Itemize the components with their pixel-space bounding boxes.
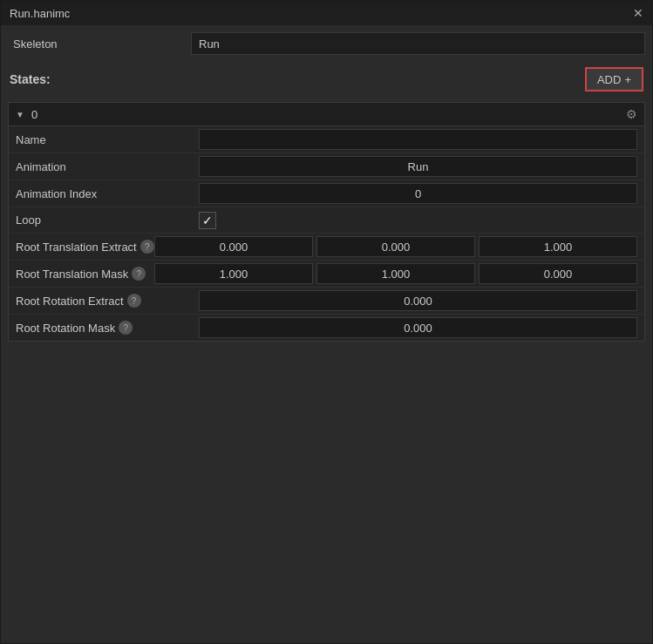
root-rotation-extract-row: Root Rotation Extract ? (9, 288, 644, 315)
animation-index-value (199, 183, 637, 204)
close-button[interactable]: ✕ (633, 6, 643, 20)
root-rotation-extract-input[interactable] (199, 290, 637, 311)
name-label: Name (16, 133, 199, 146)
add-icon: + (624, 73, 631, 86)
root-translation-extract-y[interactable] (316, 236, 475, 257)
root-rotation-extract-label: Root Rotation Extract ? (16, 294, 199, 308)
content-area: Skeleton States: ADD + ▼ 0 ⚙ (1, 25, 652, 643)
root-rotation-mask-row: Root Rotation Mask ? (9, 315, 644, 341)
skeleton-row: Skeleton (8, 32, 645, 55)
add-label: ADD (597, 73, 621, 86)
root-translation-extract-value (154, 236, 637, 257)
root-rotation-mask-value (199, 317, 637, 338)
loop-row: Loop ✓ (9, 207, 644, 234)
root-translation-extract-label: Root Translation Extract ? (16, 240, 154, 254)
root-translation-extract-help[interactable]: ? (140, 240, 154, 254)
root-translation-mask-help[interactable]: ? (132, 267, 146, 281)
animation-index-label: Animation Index (16, 187, 199, 200)
main-window: Run.hanimc ✕ Skeleton States: ADD + ▼ (0, 0, 653, 644)
add-button[interactable]: ADD + (585, 67, 643, 92)
check-mark: ✓ (202, 214, 213, 227)
root-rotation-mask-label: Root Rotation Mask ? (16, 321, 199, 335)
window-title: Run.hanimc (10, 7, 70, 20)
name-row: Name (9, 126, 644, 153)
root-rotation-extract-value (199, 290, 637, 311)
name-input[interactable] (199, 129, 637, 150)
root-rotation-mask-help[interactable]: ? (119, 321, 133, 335)
root-translation-mask-value (154, 263, 637, 284)
title-bar: Run.hanimc ✕ (1, 1, 652, 25)
root-translation-mask-y[interactable] (316, 263, 475, 284)
skeleton-label: Skeleton (8, 37, 191, 51)
root-translation-mask-x[interactable] (154, 263, 313, 284)
root-translation-mask-row: Root Translation Mask ? (9, 261, 644, 288)
root-rotation-mask-input[interactable] (199, 317, 637, 338)
name-value (199, 129, 637, 150)
states-header: States: ADD + (8, 64, 645, 95)
root-rotation-extract-help[interactable]: ? (127, 294, 141, 308)
root-translation-extract-row: Root Translation Extract ? (9, 234, 644, 261)
state-block-header: ▼ 0 ⚙ (9, 103, 644, 126)
animation-label: Animation (16, 160, 199, 173)
loop-checkbox[interactable]: ✓ (199, 212, 216, 229)
animation-value (199, 156, 637, 177)
state-header-left: ▼ 0 (16, 108, 37, 121)
loop-value: ✓ (199, 212, 637, 229)
root-translation-mask-label: Root Translation Mask ? (16, 267, 154, 281)
animation-row: Animation (9, 153, 644, 180)
chevron-icon[interactable]: ▼ (16, 110, 24, 119)
animation-index-row: Animation Index (9, 180, 644, 207)
loop-label: Loop (16, 214, 199, 227)
gear-icon[interactable]: ⚙ (626, 107, 637, 121)
root-translation-mask-z[interactable] (479, 263, 637, 284)
skeleton-input[interactable] (191, 32, 645, 55)
skeleton-value-col (191, 32, 645, 55)
state-block: ▼ 0 ⚙ Name Animation (8, 102, 645, 342)
states-title: States: (10, 72, 51, 86)
root-translation-extract-z[interactable] (479, 236, 637, 257)
root-translation-extract-x[interactable] (154, 236, 313, 257)
state-index: 0 (31, 108, 37, 121)
animation-index-input[interactable] (199, 183, 637, 204)
animation-input[interactable] (199, 156, 637, 177)
